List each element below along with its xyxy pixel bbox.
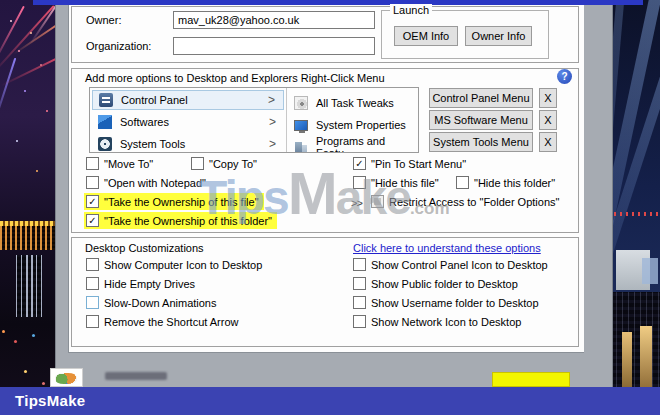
checkbox-open-with-notepad[interactable]: "Open with Notepad" (86, 176, 206, 189)
desktop-customizations-title: Desktop Customizations (85, 242, 204, 254)
checkbox-label: Remove the Shortcut Arrow (104, 316, 239, 328)
checkbox-box[interactable] (353, 315, 366, 328)
gold-tower (622, 332, 632, 387)
menu-item-softwares[interactable]: Softwares > (92, 112, 284, 132)
checkbox-copy-to[interactable]: "Copy To" (191, 157, 257, 170)
city-lights (2, 330, 5, 333)
checkbox-box[interactable]: ✓ (353, 157, 366, 170)
city-skyline (610, 292, 660, 387)
checkbox-restrict-access[interactable]: Restrict Access to "Folder Options" (371, 195, 559, 208)
firework-streak (30, 0, 57, 44)
menu-preview-panel: Control Panel > Softwares > System Tools… (89, 87, 419, 153)
launch-group-title: Launch (390, 4, 432, 16)
chevron-right-icon: > (269, 137, 276, 151)
remove-control-panel-menu-button[interactable]: X (539, 88, 557, 108)
checkbox-take-ownership-folder[interactable]: ✓ "Take the Ownership of this folder" (84, 212, 277, 229)
checkbox-label: "Take the Ownership of this file" (104, 196, 259, 208)
organization-input[interactable] (173, 37, 375, 55)
organization-label: Organization: (86, 40, 151, 52)
checkbox-show-network-icon[interactable]: Show Network Icon to Desktop (353, 315, 521, 328)
checkbox-label: Show Control Panel Icon to Desktop (371, 259, 548, 271)
owner-label: Owner: (86, 14, 121, 26)
menu-column-divider (286, 88, 287, 152)
checkbox-label: Show Computer Icon to Desktop (104, 259, 262, 271)
system-properties-icon (294, 120, 308, 131)
tipsmake-brand: TipsMake (15, 387, 86, 415)
checkbox-hide-empty-drives[interactable]: Hide Empty Drives (86, 277, 195, 290)
building-windows (0, 226, 57, 250)
submenu-item-label: All Task Tweaks (316, 97, 394, 109)
checkbox-slow-down-animations[interactable]: Slow-Down Animations (86, 296, 217, 309)
checkbox-box[interactable]: ✓ (86, 214, 99, 227)
gold-tower (640, 326, 652, 387)
screenshot-root: Owner: Organization: Launch OEM Info Own… (0, 0, 660, 415)
checkbox-box[interactable] (86, 277, 99, 290)
checkbox-box[interactable] (371, 195, 384, 208)
checkbox-box[interactable] (86, 258, 99, 271)
submenu-item-label: System Properties (316, 119, 406, 131)
context-menu-title: Add more options to Desktop and Explorer… (85, 72, 385, 84)
checkbox-label: Restrict Access to "Folder Options" (389, 196, 559, 208)
firework-streak (0, 58, 16, 135)
wallpaper-city-right (610, 0, 660, 415)
remove-system-tools-menu-button[interactable]: X (539, 132, 557, 152)
wallpaper-fireworks-left (0, 0, 57, 415)
checkbox-box[interactable] (353, 277, 366, 290)
control-panel-menu-button[interactable]: Control Panel Menu (429, 88, 533, 108)
checkbox-label: "Take the Ownership of this folder" (104, 215, 272, 227)
checkbox-box[interactable] (86, 176, 99, 189)
submenu-item-system-properties[interactable]: System Properties (294, 115, 414, 135)
all-task-tweaks-icon (294, 96, 308, 110)
help-icon[interactable]: ? (557, 69, 572, 84)
checkbox-label: "Open with Notepad" (104, 177, 206, 189)
checkbox-box[interactable] (353, 258, 366, 271)
billboard (642, 258, 658, 284)
checkbox-hide-this-file[interactable]: "Hide this file" (353, 176, 439, 189)
checkbox-label: "Pin To Start Menu" (371, 158, 466, 170)
checkbox-label: Show Network Icon to Desktop (371, 316, 521, 328)
checkbox-label: Slow-Down Animations (104, 297, 217, 309)
checkbox-label: Show Public folder to Desktop (371, 278, 518, 290)
checkbox-box[interactable] (86, 315, 99, 328)
owner-info-button[interactable]: Owner Info (465, 26, 532, 46)
ms-software-menu-button[interactable]: MS Software Menu (429, 110, 533, 130)
dialog-content-panel: Owner: Organization: Launch OEM Info Own… (68, 5, 584, 353)
checkbox-show-computer-icon[interactable]: Show Computer Icon to Desktop (86, 258, 262, 271)
checkbox-box[interactable] (191, 157, 204, 170)
menu-item-label: System Tools (120, 138, 185, 150)
checkbox-label: Show Username folder to Desktop (371, 297, 539, 309)
owner-input[interactable] (173, 11, 375, 29)
cutoff-yellow-button[interactable] (492, 372, 570, 387)
checkbox-show-control-panel-icon[interactable]: Show Control Panel Icon to Desktop (353, 258, 548, 271)
checkbox-label: "Hide this folder" (474, 177, 555, 189)
checkbox-hide-this-folder[interactable]: "Hide this folder" (456, 176, 555, 189)
submenu-item-all-task-tweaks[interactable]: All Task Tweaks (294, 93, 414, 113)
checkbox-label: "Hide this file" (371, 177, 439, 189)
understand-options-link[interactable]: Click here to understand these options (353, 242, 541, 254)
checkbox-show-public-folder[interactable]: Show Public folder to Desktop (353, 277, 518, 290)
checkbox-box[interactable] (456, 176, 469, 189)
checkbox-pin-to-start-menu[interactable]: ✓ "Pin To Start Menu" (353, 157, 466, 170)
menu-item-system-tools[interactable]: System Tools > (92, 134, 284, 153)
programs-features-icon (294, 140, 308, 153)
remove-ms-software-menu-button[interactable]: X (539, 110, 557, 130)
menu-item-control-panel[interactable]: Control Panel > (92, 90, 284, 110)
checkbox-box[interactable]: ✓ (86, 195, 99, 208)
logo-art (55, 373, 77, 384)
softwares-icon (98, 115, 112, 129)
checkbox-remove-shortcut-arrow[interactable]: Remove the Shortcut Arrow (86, 315, 239, 328)
firework-sparks (10, 20, 12, 22)
system-tools-menu-button[interactable]: System Tools Menu (429, 132, 533, 152)
checkbox-move-to[interactable]: "Move To" (86, 157, 153, 170)
oem-info-button[interactable]: OEM Info (394, 26, 458, 46)
checkbox-show-username-folder[interactable]: Show Username folder to Desktop (353, 296, 539, 309)
app-logo-thumbnail (50, 368, 83, 387)
checkbox-box[interactable] (86, 157, 99, 170)
checkbox-box[interactable] (86, 296, 99, 309)
checkbox-take-ownership-file[interactable]: ✓ "Take the Ownership of this file" (84, 193, 264, 210)
cutoff-caption (105, 372, 167, 380)
checkbox-box[interactable] (353, 176, 366, 189)
checkbox-box[interactable] (353, 296, 366, 309)
menu-item-label: Control Panel (121, 94, 188, 106)
submenu-item-programs-features[interactable]: Programs and Featu (294, 137, 414, 153)
